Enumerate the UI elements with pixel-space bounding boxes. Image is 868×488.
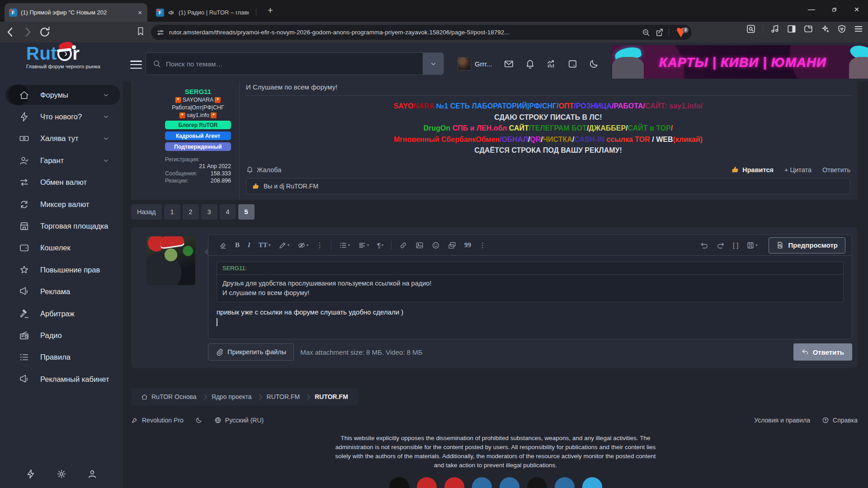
url-text[interactable]: rutor.amsterdam/threads/pryamoi-efir-s-n… xyxy=(169,29,637,36)
reload-button[interactable] xyxy=(38,25,52,39)
zoom-out-icon[interactable] xyxy=(642,28,651,37)
rich-text-editor[interactable]: BITT▾▾▾⋮▾▾¶▾99⋮[ ]▾Предпросмотр SERG11: … xyxy=(208,235,852,339)
sidebar-item-11[interactable]: Арбитраж xyxy=(0,303,123,324)
quote-link[interactable]: + Цитата xyxy=(784,166,811,174)
dark-mode-icon[interactable] xyxy=(589,59,599,69)
link-button[interactable] xyxy=(399,241,407,249)
paragraph-button[interactable]: ¶▾ xyxy=(377,241,383,249)
remove-format-button[interactable] xyxy=(219,241,227,249)
media-player-icon[interactable] xyxy=(770,24,780,34)
reply-draft-text[interactable]: привык уже с ссылки на форуме слушать уд… xyxy=(217,308,844,316)
undo-button[interactable] xyxy=(700,241,708,249)
share-icon[interactable] xyxy=(655,28,664,37)
sidebar-item-7[interactable]: Торговая площадка xyxy=(0,215,123,237)
gear-icon[interactable] xyxy=(57,469,66,479)
more-format-button[interactable]: ⋮ xyxy=(316,241,323,249)
more-insert-button[interactable]: ⋮ xyxy=(479,241,486,249)
quote-button[interactable]: 99 xyxy=(464,241,471,249)
site-logo[interactable]: Rutr Главный форум черного рынка xyxy=(26,43,126,69)
social-icon-4[interactable] xyxy=(472,477,492,488)
spoiler-button[interactable]: ▾ xyxy=(297,241,308,249)
page-button-4[interactable]: 4 xyxy=(220,204,236,220)
nav-menu-toggle[interactable] xyxy=(130,61,142,69)
new-tab-button[interactable]: + xyxy=(264,4,277,17)
social-icon-2[interactable] xyxy=(417,477,437,488)
sidebar-item-6[interactable]: Миксер валют xyxy=(0,193,123,215)
quote-author[interactable]: SERG11: xyxy=(217,262,843,275)
back-button[interactable] xyxy=(4,25,17,39)
author-name[interactable]: SERG11 xyxy=(165,88,231,95)
minimize-button[interactable]: — xyxy=(800,0,823,19)
search-input[interactable] xyxy=(166,60,423,68)
url-bar[interactable]: rutor.amsterdam/threads/pryamoi-efir-s-n… xyxy=(151,25,692,40)
drafts-button[interactable]: ▾ xyxy=(746,241,757,249)
username-label[interactable]: Grrr... xyxy=(475,60,492,68)
vpn-icon[interactable] xyxy=(837,24,847,34)
quick-actions-icon[interactable] xyxy=(26,469,36,479)
language-chooser[interactable]: Русский (RU) xyxy=(214,417,264,424)
social-icon-6[interactable] xyxy=(527,477,547,488)
stats-icon[interactable] xyxy=(546,59,557,69)
help-link[interactable]: Справка xyxy=(822,417,858,424)
pagination-back-button[interactable]: Назад xyxy=(131,204,162,220)
messages-icon[interactable] xyxy=(504,59,514,69)
sidebar-item-5[interactable]: Обмен валют xyxy=(0,172,123,193)
social-icon-7[interactable] xyxy=(555,477,575,488)
sidebar-item-9[interactable]: Повышение прав xyxy=(0,259,123,281)
tab-close-icon[interactable]: × xyxy=(137,9,143,16)
profile-icon[interactable] xyxy=(87,469,97,479)
page-button-3[interactable]: 3 xyxy=(201,204,217,220)
brave-shield-icon[interactable]: 2 xyxy=(675,27,686,38)
breadcrumb-item-1[interactable]: RuTOR Основа xyxy=(135,388,203,406)
bold-button[interactable]: B xyxy=(235,241,240,249)
breadcrumb-item-4[interactable]: RUTOR.FM xyxy=(308,388,354,406)
bbcode-button[interactable]: [ ] xyxy=(733,241,739,249)
image-button[interactable] xyxy=(415,241,424,249)
social-icon-1[interactable] xyxy=(389,477,409,488)
sidebar-item-10[interactable]: Реклама xyxy=(0,281,123,303)
preview-button[interactable]: Предпросмотр xyxy=(769,237,845,253)
forward-button[interactable] xyxy=(21,25,34,39)
theme-toggle[interactable] xyxy=(195,417,203,424)
sidebar-item-8[interactable]: Кошелек xyxy=(0,237,123,259)
browser-tab-active[interactable]: (1) Прямой эфир "С Новым 202 × xyxy=(5,3,147,22)
editor-body[interactable]: SERG11: Друзья для удобства прослушивани… xyxy=(208,256,852,332)
panel-icon[interactable] xyxy=(567,59,578,69)
sidebar-item-12[interactable]: Радио xyxy=(0,324,123,346)
menu-icon[interactable] xyxy=(854,24,863,34)
align-button[interactable]: ▾ xyxy=(358,241,369,249)
text-color-button[interactable]: ▾ xyxy=(278,241,289,249)
submit-reply-button[interactable]: Ответить xyxy=(793,343,852,361)
like-link[interactable]: Нравится xyxy=(731,166,774,174)
restore-button[interactable] xyxy=(823,0,845,19)
breadcrumb-item-3[interactable]: RUTOR.FM xyxy=(260,388,307,406)
text-size-button[interactable]: TT▾ xyxy=(259,241,270,249)
wallet-icon[interactable] xyxy=(803,24,813,34)
sidebar-item-3[interactable]: Халява тут xyxy=(0,128,123,150)
site-settings-icon[interactable] xyxy=(156,28,165,37)
sidebar-item-4[interactable]: Гарант xyxy=(0,150,123,171)
page-button-5[interactable]: 5 xyxy=(238,204,255,220)
style-chooser[interactable]: Revolution Pro xyxy=(131,417,184,424)
sidebar-item-13[interactable]: Правила xyxy=(0,347,123,368)
ad-banner[interactable]: КАРТЫ | КИВИ | ЮМАНИ xyxy=(611,45,868,79)
social-icon-3[interactable] xyxy=(444,477,464,488)
redo-button[interactable] xyxy=(717,241,725,249)
list-button[interactable]: ▾ xyxy=(339,241,350,249)
search-box[interactable] xyxy=(146,52,444,75)
media-button[interactable] xyxy=(448,241,456,249)
notifications-icon[interactable] xyxy=(525,59,535,69)
sidebar-item-2[interactable]: Что нового? xyxy=(0,106,123,127)
breadcrumb-item-2[interactable]: Ядро проекта xyxy=(205,388,258,406)
attach-files-button[interactable]: Прикрепить файлы xyxy=(208,343,294,361)
page-button-2[interactable]: 2 xyxy=(183,204,199,220)
likes-summary-bar[interactable]: Вы и dj RuTOR.FM xyxy=(246,178,850,194)
sidebar-item-14[interactable]: Рекламный кабинет xyxy=(0,368,123,390)
leo-ai-icon[interactable] xyxy=(820,24,830,34)
social-icon-5[interactable] xyxy=(500,477,519,488)
close-button[interactable]: × xyxy=(845,0,868,19)
current-user-avatar[interactable] xyxy=(146,236,195,285)
bookmark-icon[interactable] xyxy=(136,26,146,36)
reply-link[interactable]: Ответить xyxy=(822,166,850,174)
search-panel-icon[interactable] xyxy=(746,24,756,34)
